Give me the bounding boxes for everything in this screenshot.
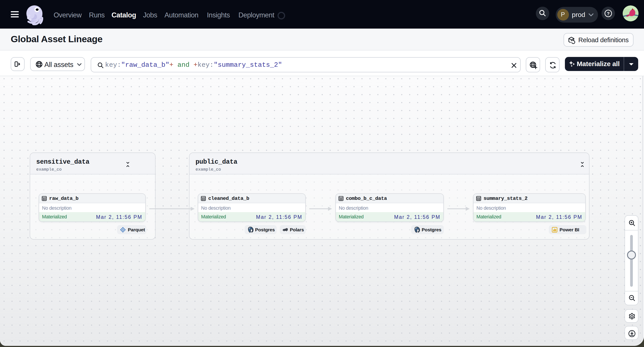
svg-text:?: ? xyxy=(607,11,610,16)
